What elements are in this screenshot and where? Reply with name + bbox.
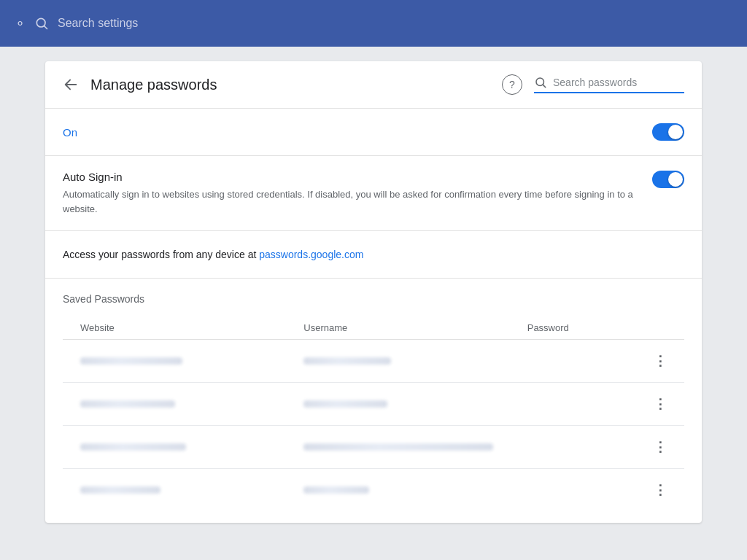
table-header: Website Username Password bbox=[63, 316, 684, 340]
help-icon-text: ? bbox=[509, 79, 515, 90]
back-button[interactable] bbox=[63, 77, 79, 93]
top-bar: ⚬ bbox=[0, 0, 747, 47]
access-text: Access your passwords from any device at bbox=[63, 249, 259, 260]
table-row: ⋮ bbox=[63, 383, 684, 426]
main-wrapper: Manage passwords ? On bbox=[0, 47, 747, 537]
row4-username-bar bbox=[303, 486, 369, 494]
search-passwords-area bbox=[534, 76, 684, 93]
row2-username bbox=[303, 400, 527, 408]
row2-actions: ⋮ bbox=[648, 393, 684, 415]
auto-signin-toggle-track bbox=[652, 171, 684, 188]
svg-line-1 bbox=[44, 26, 47, 29]
col-header-username: Username bbox=[303, 322, 527, 333]
content-card: Manage passwords ? On bbox=[45, 61, 702, 523]
row1-username bbox=[303, 357, 527, 365]
toggle-on-label: On bbox=[63, 126, 652, 139]
col-header-actions bbox=[648, 322, 684, 333]
row4-actions: ⋮ bbox=[648, 479, 684, 501]
header-row: Manage passwords ? bbox=[45, 61, 702, 109]
row3-website-bar bbox=[80, 443, 186, 451]
table-row: ⋮ bbox=[63, 426, 684, 469]
auto-signin-toggle[interactable] bbox=[652, 171, 684, 188]
table-row: ⋮ bbox=[63, 340, 684, 383]
search-icon bbox=[34, 16, 49, 31]
row2-website bbox=[80, 400, 303, 408]
row1-website bbox=[80, 357, 303, 365]
table-row: ⋮ bbox=[63, 469, 684, 511]
auto-signin-row: Auto Sign-in Automatically sign in to we… bbox=[45, 156, 702, 231]
auto-signin-text: Auto Sign-in Automatically sign in to we… bbox=[63, 171, 640, 216]
top-search-input[interactable] bbox=[58, 17, 276, 30]
row1-actions: ⋮ bbox=[648, 350, 684, 372]
toggle-track bbox=[652, 123, 684, 141]
auto-signin-toggle-thumb bbox=[668, 172, 683, 187]
row3-actions: ⋮ bbox=[648, 436, 684, 458]
passwords-table: Website Username Password ⋮ bbox=[63, 316, 684, 511]
saved-passwords-title: Saved Passwords bbox=[63, 293, 684, 305]
row3-username bbox=[303, 443, 527, 451]
row2-website-bar bbox=[80, 400, 175, 408]
saved-passwords-section: Saved Passwords Website Username Passwor… bbox=[45, 279, 702, 511]
passwords-link[interactable]: passwords.google.com bbox=[259, 249, 363, 260]
toggle-on-row: On bbox=[45, 109, 702, 156]
row3-website bbox=[80, 443, 303, 451]
row3-username-bar bbox=[303, 443, 493, 451]
svg-line-3 bbox=[543, 85, 545, 87]
search-passwords-icon bbox=[534, 76, 547, 89]
row4-username bbox=[303, 486, 527, 494]
access-passwords-row: Access your passwords from any device at… bbox=[45, 231, 702, 279]
row2-more-button[interactable]: ⋮ bbox=[648, 393, 673, 415]
row4-website-bar bbox=[80, 486, 160, 494]
row1-username-bar bbox=[303, 357, 391, 365]
top-search-icon: ⚬ bbox=[15, 15, 26, 31]
row1-more-button[interactable]: ⋮ bbox=[648, 350, 673, 372]
toggle-on-switch[interactable] bbox=[652, 123, 684, 141]
toggle-thumb bbox=[668, 125, 683, 139]
row4-website bbox=[80, 486, 303, 494]
col-header-password: Password bbox=[527, 322, 649, 333]
row4-more-button[interactable]: ⋮ bbox=[648, 479, 673, 501]
row3-more-button[interactable]: ⋮ bbox=[648, 436, 673, 458]
page-title: Manage passwords bbox=[90, 77, 502, 93]
search-passwords-input[interactable] bbox=[553, 77, 684, 88]
row1-website-bar bbox=[80, 357, 182, 365]
auto-signin-desc: Automatically sign in to websites using … bbox=[63, 187, 640, 216]
help-icon[interactable]: ? bbox=[502, 74, 522, 95]
auto-signin-title: Auto Sign-in bbox=[63, 171, 640, 183]
row2-username-bar bbox=[303, 400, 387, 408]
col-header-website: Website bbox=[80, 322, 303, 333]
